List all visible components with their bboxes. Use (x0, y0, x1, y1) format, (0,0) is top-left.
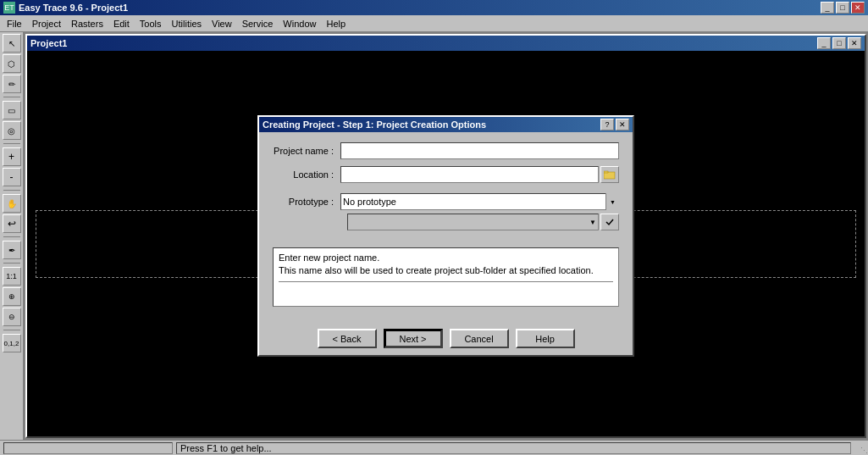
tool-rect[interactable]: ▭ (3, 101, 21, 119)
menu-edit[interactable]: Edit (108, 17, 135, 31)
second-select-display[interactable]: ▼ (347, 214, 599, 230)
tool-edit[interactable]: ✒ (3, 241, 21, 259)
browse-button[interactable] (600, 166, 619, 183)
menu-rasters[interactable]: Rasters (66, 17, 108, 31)
menu-help[interactable]: Help (321, 17, 351, 31)
project-name-label: Project name : (273, 146, 340, 156)
svg-rect-1 (604, 171, 608, 173)
menu-window[interactable]: Window (278, 17, 321, 31)
info-line2: This name also will be used to create pr… (279, 264, 613, 277)
check-button[interactable] (600, 214, 619, 230)
status-left-panel (3, 442, 173, 454)
toolbar-separator-2 (3, 143, 20, 144)
menu-utilities[interactable]: Utilities (167, 17, 207, 31)
location-input-group (340, 166, 619, 183)
main-area: ↖ ⬡ ✏ ▭ ◎ + - ✋ ↩ ✒ 1:1 ⊕ ⊖ 0,1,2 Projec… (0, 32, 868, 440)
tool-zoom-in[interactable]: + (3, 147, 21, 166)
toolbar-separator-1 (3, 97, 20, 97)
dialog-title: Creating Project - Step 1: Project Creat… (263, 119, 486, 130)
dialog-help-button[interactable]: ? (600, 119, 614, 130)
app-window-controls: _ □ ✕ (821, 2, 865, 14)
checkmark-icon (605, 217, 615, 227)
toolbar-separator-4 (3, 236, 20, 237)
create-project-dialog: Creating Project - Step 1: Project Creat… (257, 115, 634, 357)
tool-select[interactable]: ⬡ (3, 54, 21, 73)
dialog-close-button[interactable]: ✕ (616, 119, 629, 130)
tool-zoom-out[interactable]: - (3, 168, 21, 186)
second-select-wrapper: ▼ (347, 214, 599, 230)
tool-circle[interactable]: ◎ (3, 121, 21, 140)
app-title-bar: ET Easy Trace 9.6 - Project1 _ □ ✕ (0, 0, 868, 15)
dialog-overlay: Creating Project - Step 1: Project Creat… (24, 32, 868, 440)
menu-tools[interactable]: Tools (135, 17, 167, 31)
prototype-select[interactable]: No prototype (340, 193, 619, 210)
menu-view[interactable]: View (207, 17, 237, 31)
menu-project[interactable]: Project (27, 17, 66, 31)
tool-zoom-window[interactable]: ⊖ (3, 308, 21, 326)
folder-icon (604, 169, 616, 180)
tool-coords[interactable]: 0,1,2 (3, 334, 21, 352)
app-maximize-button[interactable]: □ (836, 2, 849, 14)
tool-pan[interactable]: ✋ (3, 194, 21, 213)
tool-undo[interactable]: ↩ (3, 214, 21, 233)
tool-arrow[interactable]: ↖ (3, 34, 21, 53)
canvas-area: Project1 _ □ ✕ Creating Project - Step 1… (24, 32, 868, 440)
prototype-row: Prototype : No prototype ▼ (273, 193, 619, 210)
menu-service[interactable]: Service (237, 17, 279, 31)
project-name-input[interactable] (340, 142, 619, 159)
left-toolbar: ↖ ⬡ ✏ ▭ ◎ + - ✋ ↩ ✒ 1:1 ⊕ ⊖ 0,1,2 (0, 32, 24, 440)
app-icon: ET (3, 2, 15, 14)
next-button[interactable]: Next > (384, 329, 443, 348)
status-help-text: Press F1 to get help... (176, 442, 851, 454)
tool-pencil[interactable]: ✏ (3, 75, 21, 93)
back-button[interactable]: < Back (318, 329, 377, 348)
location-input[interactable] (340, 166, 599, 183)
status-bar: Press F1 to get help... ⋱ (0, 440, 868, 455)
toolbar-separator-3 (3, 190, 20, 191)
prototype-select-wrapper: No prototype ▼ (340, 193, 619, 210)
info-separator (279, 281, 613, 282)
tool-measure[interactable]: 1:1 (3, 267, 21, 286)
cancel-button[interactable]: Cancel (450, 329, 509, 348)
info-line1: Enter new project name. (279, 252, 613, 264)
toolbar-separator-6 (3, 330, 20, 330)
app-minimize-button[interactable]: _ (821, 2, 834, 14)
second-select-row: ▼ (347, 214, 619, 230)
dialog-content: Project name : Location : (259, 132, 633, 324)
dialog-buttons: < Back Next > Cancel Help (259, 324, 633, 355)
location-label: Location : (273, 169, 340, 180)
menu-file[interactable]: File (2, 17, 27, 31)
dialog-title-bar: Creating Project - Step 1: Project Creat… (259, 117, 633, 132)
app-close-button[interactable]: ✕ (851, 2, 865, 14)
project-name-row: Project name : (273, 142, 619, 159)
menu-bar: File Project Rasters Edit Tools Utilitie… (0, 15, 868, 32)
resize-grip: ⋱ (854, 441, 868, 455)
tool-zoom-fit[interactable]: ⊕ (3, 287, 21, 306)
help-button[interactable]: Help (516, 329, 575, 348)
info-box: Enter new project name. This name also w… (273, 247, 619, 307)
toolbar-separator-5 (3, 263, 20, 264)
prototype-label: Prototype : (273, 197, 340, 207)
location-row: Location : (273, 166, 619, 183)
app-title: Easy Trace 9.6 - Project1 (19, 3, 128, 13)
